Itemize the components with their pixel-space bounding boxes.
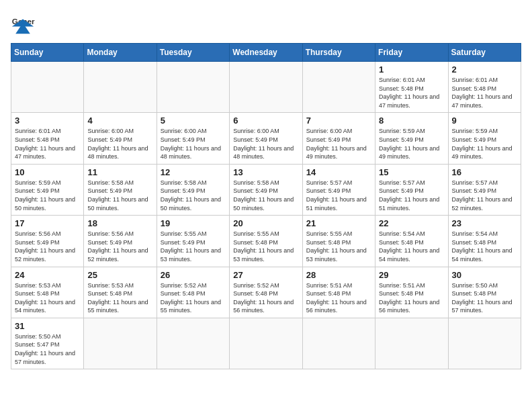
calendar-cell: 10Sunrise: 5:59 AM Sunset: 5:49 PM Dayli… (11, 164, 84, 215)
calendar-header-row: SundayMondayTuesdayWednesdayThursdayFrid… (11, 44, 521, 62)
calendar-cell: 29Sunrise: 5:51 AM Sunset: 5:48 PM Dayli… (375, 267, 448, 318)
day-number: 4 (87, 116, 152, 126)
calendar-cell (375, 318, 448, 369)
calendar-cell: 26Sunrise: 5:52 AM Sunset: 5:48 PM Dayli… (157, 267, 229, 318)
day-info: Sunrise: 5:50 AM Sunset: 5:48 PM Dayligh… (452, 281, 517, 315)
day-number: 17 (15, 218, 80, 228)
calendar-cell: 12Sunrise: 5:58 AM Sunset: 5:49 PM Dayli… (157, 164, 229, 215)
day-number: 16 (452, 167, 517, 177)
day-number: 21 (306, 218, 371, 228)
day-info: Sunrise: 5:56 AM Sunset: 5:49 PM Dayligh… (15, 230, 80, 263)
day-info: Sunrise: 6:00 AM Sunset: 5:49 PM Dayligh… (233, 127, 298, 161)
day-info: Sunrise: 5:50 AM Sunset: 5:47 PM Dayligh… (15, 332, 80, 366)
day-number: 27 (233, 270, 298, 280)
day-info: Sunrise: 5:58 AM Sunset: 5:49 PM Dayligh… (87, 179, 152, 212)
day-number: 31 (15, 321, 80, 331)
day-number: 19 (161, 218, 226, 228)
calendar-cell: 27Sunrise: 5:52 AM Sunset: 5:48 PM Dayli… (230, 267, 302, 318)
calendar-cell: 28Sunrise: 5:51 AM Sunset: 5:48 PM Dayli… (302, 267, 375, 318)
day-info: Sunrise: 5:58 AM Sunset: 5:49 PM Dayligh… (161, 179, 226, 212)
day-info: Sunrise: 5:57 AM Sunset: 5:49 PM Dayligh… (452, 179, 517, 212)
calendar-cell (84, 62, 157, 113)
calendar-cell (11, 62, 84, 113)
day-number: 29 (379, 270, 444, 280)
calendar-cell: 4Sunrise: 6:00 AM Sunset: 5:49 PM Daylig… (84, 113, 157, 164)
calendar-cell (157, 318, 229, 369)
calendar-cell: 24Sunrise: 5:53 AM Sunset: 5:48 PM Dayli… (11, 267, 84, 318)
day-number: 26 (161, 270, 226, 280)
day-info: Sunrise: 6:00 AM Sunset: 5:49 PM Dayligh… (306, 127, 371, 161)
day-number: 15 (379, 167, 444, 177)
calendar-cell: 3Sunrise: 6:01 AM Sunset: 5:48 PM Daylig… (11, 113, 84, 164)
day-header-tuesday: Tuesday (157, 44, 229, 62)
day-number: 1 (379, 64, 444, 75)
day-header-wednesday: Wednesday (230, 44, 302, 62)
day-header-sunday: Sunday (11, 44, 84, 62)
calendar-week-3: 10Sunrise: 5:59 AM Sunset: 5:49 PM Dayli… (11, 164, 521, 215)
calendar-cell (302, 318, 375, 369)
logo: General (11, 11, 39, 35)
calendar-cell (84, 318, 157, 369)
day-number: 20 (233, 218, 298, 228)
calendar-week-5: 24Sunrise: 5:53 AM Sunset: 5:48 PM Dayli… (11, 267, 521, 318)
calendar-cell: 30Sunrise: 5:50 AM Sunset: 5:48 PM Dayli… (448, 267, 521, 318)
calendar-cell: 16Sunrise: 5:57 AM Sunset: 5:49 PM Dayli… (448, 164, 521, 215)
day-number: 22 (379, 218, 444, 228)
calendar-cell (230, 62, 302, 113)
day-number: 8 (379, 116, 444, 126)
calendar-cell: 5Sunrise: 6:00 AM Sunset: 5:49 PM Daylig… (157, 113, 229, 164)
calendar-cell: 7Sunrise: 6:00 AM Sunset: 5:49 PM Daylig… (302, 113, 375, 164)
day-info: Sunrise: 5:53 AM Sunset: 5:48 PM Dayligh… (87, 281, 152, 315)
calendar-cell: 18Sunrise: 5:56 AM Sunset: 5:49 PM Dayli… (84, 216, 157, 267)
day-info: Sunrise: 6:00 AM Sunset: 5:49 PM Dayligh… (161, 127, 226, 161)
calendar-cell: 15Sunrise: 5:57 AM Sunset: 5:49 PM Dayli… (375, 164, 448, 215)
calendar-cell (302, 62, 375, 113)
day-header-thursday: Thursday (302, 44, 375, 62)
day-number: 13 (233, 167, 298, 177)
day-number: 6 (233, 116, 298, 126)
day-header-monday: Monday (84, 44, 157, 62)
day-info: Sunrise: 6:00 AM Sunset: 5:49 PM Dayligh… (87, 127, 152, 161)
day-number: 11 (87, 167, 152, 177)
calendar: SundayMondayTuesdayWednesdayThursdayFrid… (11, 43, 521, 369)
day-number: 9 (452, 116, 517, 126)
day-info: Sunrise: 5:55 AM Sunset: 5:48 PM Dayligh… (306, 230, 371, 263)
day-info: Sunrise: 5:54 AM Sunset: 5:48 PM Dayligh… (452, 230, 517, 263)
calendar-cell (448, 318, 521, 369)
calendar-cell: 23Sunrise: 5:54 AM Sunset: 5:48 PM Dayli… (448, 216, 521, 267)
day-header-saturday: Saturday (448, 44, 521, 62)
calendar-cell: 1Sunrise: 6:01 AM Sunset: 5:48 PM Daylig… (375, 62, 448, 113)
calendar-cell: 2Sunrise: 6:01 AM Sunset: 5:48 PM Daylig… (448, 62, 521, 113)
calendar-cell: 25Sunrise: 5:53 AM Sunset: 5:48 PM Dayli… (84, 267, 157, 318)
day-info: Sunrise: 5:52 AM Sunset: 5:48 PM Dayligh… (233, 281, 298, 315)
day-info: Sunrise: 5:57 AM Sunset: 5:49 PM Dayligh… (306, 179, 371, 212)
day-info: Sunrise: 5:59 AM Sunset: 5:49 PM Dayligh… (452, 127, 517, 161)
day-info: Sunrise: 5:51 AM Sunset: 5:48 PM Dayligh… (379, 281, 444, 315)
calendar-cell: 11Sunrise: 5:58 AM Sunset: 5:49 PM Dayli… (84, 164, 157, 215)
day-number: 5 (161, 116, 226, 126)
day-number: 10 (15, 167, 80, 177)
day-info: Sunrise: 5:52 AM Sunset: 5:48 PM Dayligh… (161, 281, 226, 315)
day-number: 7 (306, 116, 371, 126)
day-info: Sunrise: 5:55 AM Sunset: 5:48 PM Dayligh… (233, 230, 298, 263)
day-number: 28 (306, 270, 371, 280)
calendar-cell: 20Sunrise: 5:55 AM Sunset: 5:48 PM Dayli… (230, 216, 302, 267)
day-number: 12 (161, 167, 226, 177)
calendar-week-2: 3Sunrise: 6:01 AM Sunset: 5:48 PM Daylig… (11, 113, 521, 164)
calendar-cell: 21Sunrise: 5:55 AM Sunset: 5:48 PM Dayli… (302, 216, 375, 267)
day-info: Sunrise: 6:01 AM Sunset: 5:48 PM Dayligh… (452, 76, 517, 109)
calendar-cell: 31Sunrise: 5:50 AM Sunset: 5:47 PM Dayli… (11, 318, 84, 369)
calendar-cell (230, 318, 302, 369)
day-number: 2 (452, 64, 517, 75)
day-number: 23 (452, 218, 517, 228)
day-info: Sunrise: 5:53 AM Sunset: 5:48 PM Dayligh… (15, 281, 80, 315)
day-info: Sunrise: 5:57 AM Sunset: 5:49 PM Dayligh… (379, 179, 444, 212)
day-info: Sunrise: 5:54 AM Sunset: 5:48 PM Dayligh… (379, 230, 444, 263)
day-number: 30 (452, 270, 517, 280)
calendar-week-1: 1Sunrise: 6:01 AM Sunset: 5:48 PM Daylig… (11, 62, 521, 113)
calendar-cell: 22Sunrise: 5:54 AM Sunset: 5:48 PM Dayli… (375, 216, 448, 267)
day-number: 3 (15, 116, 80, 126)
calendar-week-6: 31Sunrise: 5:50 AM Sunset: 5:47 PM Dayli… (11, 318, 521, 369)
day-info: Sunrise: 6:01 AM Sunset: 5:48 PM Dayligh… (379, 76, 444, 109)
day-header-friday: Friday (375, 44, 448, 62)
